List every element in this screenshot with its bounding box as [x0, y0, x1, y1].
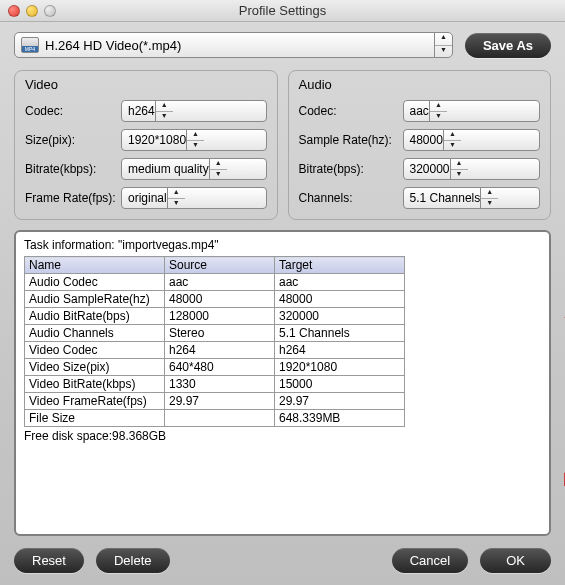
- table-row: Video BitRate(kbps)133015000: [25, 376, 405, 393]
- table-cell: 5.1 Channels: [275, 325, 405, 342]
- video-codec-select[interactable]: h264 ▲▼: [121, 100, 267, 122]
- task-info-box: Task information: "importvegas.mp4" Name…: [14, 230, 551, 536]
- table-cell: 320000: [275, 308, 405, 325]
- audio-sr-select[interactable]: 48000 ▲▼: [403, 129, 541, 151]
- stepper-icon[interactable]: ▲▼: [167, 188, 185, 208]
- audio-group: Audio Codec: aac ▲▼ Sample Rate(hz): 480…: [288, 70, 552, 220]
- mp4-icon: [21, 37, 39, 53]
- table-cell: Video Size(pix): [25, 359, 165, 376]
- video-bitrate-value: medium quality: [128, 162, 209, 176]
- audio-sr-value: 48000: [410, 133, 443, 147]
- table-header-row: Name Source Target: [25, 257, 405, 274]
- video-group-title: Video: [25, 77, 267, 92]
- table-cell: 48000: [275, 291, 405, 308]
- stepper-icon[interactable]: ▲▼: [450, 159, 468, 179]
- client-area: H.264 HD Video(*.mp4) ▲▼ Save As Video C…: [0, 22, 565, 585]
- audio-codec-value: aac: [410, 104, 429, 118]
- col-source: Source: [165, 257, 275, 274]
- ok-button[interactable]: OK: [480, 548, 551, 573]
- col-target: Target: [275, 257, 405, 274]
- table-row: File Size648.339MB: [25, 410, 405, 427]
- table-cell: aac: [275, 274, 405, 291]
- stepper-icon[interactable]: ▲▼: [186, 130, 204, 150]
- table-cell: h264: [165, 342, 275, 359]
- audio-codec-label: Codec:: [299, 104, 403, 118]
- stepper-icon[interactable]: ▲▼: [155, 101, 173, 121]
- table-row: Audio BitRate(bps)128000320000: [25, 308, 405, 325]
- window-title: Profile Settings: [0, 3, 565, 18]
- table-row: Audio Codecaacaac: [25, 274, 405, 291]
- stepper-icon[interactable]: ▲▼: [209, 159, 227, 179]
- col-name: Name: [25, 257, 165, 274]
- video-size-label: Size(pix):: [25, 133, 121, 147]
- table-cell: Audio Codec: [25, 274, 165, 291]
- audio-bitrate-label: Bitrate(bps):: [299, 162, 403, 176]
- table-cell: Stereo: [165, 325, 275, 342]
- task-table: Name Source Target Audio CodecaacaacAudi…: [24, 256, 405, 427]
- stepper-icon[interactable]: ▲▼: [443, 130, 461, 150]
- table-cell: Video BitRate(kbps): [25, 376, 165, 393]
- table-cell: 29.97: [275, 393, 405, 410]
- video-fps-select[interactable]: original ▲▼: [121, 187, 267, 209]
- audio-channels-select[interactable]: 5.1 Channels ▲▼: [403, 187, 541, 209]
- video-codec-label: Codec:: [25, 104, 121, 118]
- table-row: Audio ChannelsStereo5.1 Channels: [25, 325, 405, 342]
- video-bitrate-select[interactable]: medium quality ▲▼: [121, 158, 267, 180]
- title-bar: Profile Settings: [0, 0, 565, 22]
- save-as-button[interactable]: Save As: [465, 33, 551, 58]
- audio-group-title: Audio: [299, 77, 541, 92]
- audio-codec-select[interactable]: aac ▲▼: [403, 100, 541, 122]
- table-cell: Audio BitRate(bps): [25, 308, 165, 325]
- profile-stepper[interactable]: ▲▼: [434, 33, 452, 57]
- table-cell: Audio SampleRate(hz): [25, 291, 165, 308]
- next-arrow-icon[interactable]: ▶▶: [557, 466, 565, 492]
- audio-sr-label: Sample Rate(hz):: [299, 133, 403, 147]
- reset-button[interactable]: Reset: [14, 548, 84, 573]
- table-cell: 48000: [165, 291, 275, 308]
- table-cell: File Size: [25, 410, 165, 427]
- video-codec-value: h264: [128, 104, 155, 118]
- stepper-icon[interactable]: ▲▼: [429, 101, 447, 121]
- table-cell: 640*480: [165, 359, 275, 376]
- audio-bitrate-value: 320000: [410, 162, 450, 176]
- table-cell: [165, 410, 275, 427]
- video-fps-label: Frame Rate(fps):: [25, 191, 121, 205]
- task-info-heading: Task information: "importvegas.mp4": [24, 238, 541, 252]
- audio-bitrate-select[interactable]: 320000 ▲▼: [403, 158, 541, 180]
- video-size-select[interactable]: 1920*1080 ▲▼: [121, 129, 267, 151]
- table-cell: 648.339MB: [275, 410, 405, 427]
- video-size-value: 1920*1080: [128, 133, 186, 147]
- audio-channels-label: Channels:: [299, 191, 403, 205]
- table-cell: Audio Channels: [25, 325, 165, 342]
- table-cell: 1330: [165, 376, 275, 393]
- profile-row: H.264 HD Video(*.mp4) ▲▼ Save As: [14, 32, 551, 58]
- free-disk-space: Free disk space:98.368GB: [24, 429, 541, 443]
- delete-button[interactable]: Delete: [96, 548, 170, 573]
- cancel-button[interactable]: Cancel: [392, 548, 468, 573]
- table-cell: aac: [165, 274, 275, 291]
- table-cell: h264: [275, 342, 405, 359]
- table-cell: 1920*1080: [275, 359, 405, 376]
- video-bitrate-label: Bitrate(kbps):: [25, 162, 121, 176]
- profile-label: H.264 HD Video(*.mp4): [45, 38, 434, 53]
- table-cell: Video Codec: [25, 342, 165, 359]
- table-cell: 15000: [275, 376, 405, 393]
- table-row: Video FrameRate(fps)29.9729.97: [25, 393, 405, 410]
- video-group: Video Codec: h264 ▲▼ Size(pix): 1920*108…: [14, 70, 278, 220]
- table-row: Video Codech264h264: [25, 342, 405, 359]
- bottom-bar: Reset Delete Cancel OK: [14, 548, 551, 573]
- audio-channels-value: 5.1 Channels: [410, 191, 481, 205]
- profile-select[interactable]: H.264 HD Video(*.mp4) ▲▼: [14, 32, 453, 58]
- table-row: Audio SampleRate(hz)4800048000: [25, 291, 405, 308]
- table-cell: 128000: [165, 308, 275, 325]
- video-fps-value: original: [128, 191, 167, 205]
- table-row: Video Size(pix)640*4801920*1080: [25, 359, 405, 376]
- stepper-icon[interactable]: ▲▼: [480, 188, 498, 208]
- table-cell: 29.97: [165, 393, 275, 410]
- table-cell: Video FrameRate(fps): [25, 393, 165, 410]
- prev-arrow-icon[interactable]: ◀◀: [557, 304, 565, 330]
